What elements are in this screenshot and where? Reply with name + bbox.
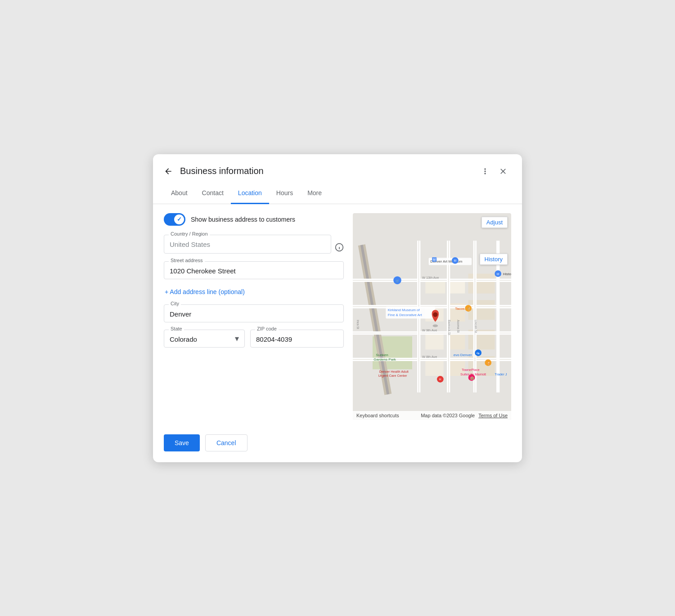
dialog-header: Business information bbox=[153, 154, 522, 179]
zip-field[interactable]: ZIP code bbox=[250, 330, 344, 348]
state-select-wrapper: Colorado Alabama Alaska Arizona Californ… bbox=[170, 334, 239, 344]
svg-text:Urgent Care Center: Urgent Care Center bbox=[378, 374, 407, 378]
svg-text:🏨: 🏨 bbox=[470, 375, 474, 379]
svg-text:M: M bbox=[433, 258, 436, 261]
history-button[interactable]: History bbox=[480, 254, 508, 265]
zip-field-group: ZIP code bbox=[250, 330, 344, 348]
city-field-group: City bbox=[164, 304, 344, 322]
svg-text:🍹: 🍹 bbox=[487, 361, 491, 365]
zip-label: ZIP code bbox=[255, 326, 279, 331]
svg-text:Denver Health Adult: Denver Health Adult bbox=[379, 369, 409, 373]
more-options-button[interactable] bbox=[477, 163, 493, 179]
svg-text:Acoma St: Acoma St bbox=[457, 320, 460, 333]
close-button[interactable] bbox=[495, 163, 511, 179]
map-overlay-buttons: Adjust bbox=[478, 213, 511, 232]
map-container[interactable]: W 13th Ave W 9th Ave W 8th Ave Bannock S… bbox=[353, 213, 511, 420]
state-field-group: State Colorado Alabama Alaska Arizona Ca… bbox=[164, 330, 245, 348]
svg-rect-12 bbox=[449, 333, 465, 349]
show-address-toggle[interactable]: ✓ bbox=[164, 213, 185, 226]
toggle-label: Show business address to customers bbox=[191, 216, 295, 223]
cancel-button[interactable]: Cancel bbox=[205, 434, 248, 451]
svg-point-74 bbox=[432, 324, 438, 327]
zip-input[interactable] bbox=[256, 334, 338, 343]
map-section: W 13th Ave W 9th Ave W 8th Ave Bannock S… bbox=[353, 213, 511, 420]
svg-text:W 9th Ave: W 9th Ave bbox=[422, 328, 437, 332]
info-icon[interactable] bbox=[335, 243, 344, 254]
svg-text:🛒: 🛒 bbox=[396, 279, 400, 283]
svg-rect-10 bbox=[468, 300, 495, 320]
map-data-label: Map data ©2023 Google bbox=[421, 413, 475, 418]
svg-text:🛍: 🛍 bbox=[477, 351, 480, 354]
save-button[interactable]: Save bbox=[164, 434, 200, 451]
state-label: State bbox=[169, 326, 184, 331]
city-label: City bbox=[169, 301, 181, 306]
tab-about[interactable]: About bbox=[164, 183, 195, 204]
show-address-toggle-row: ✓ Show business address to customers bbox=[164, 213, 344, 226]
back-icon bbox=[164, 167, 173, 176]
street-field-group: Street address bbox=[164, 261, 344, 279]
svg-text:Gardens Park: Gardens Park bbox=[374, 357, 396, 362]
svg-text:H: H bbox=[439, 378, 441, 381]
tab-more[interactable]: More bbox=[300, 183, 329, 204]
city-input[interactable] bbox=[170, 308, 338, 318]
svg-text:Kirkland Museum of: Kirkland Museum of bbox=[388, 308, 420, 312]
svg-text:M: M bbox=[497, 272, 500, 275]
country-field-row: Country / Region United States bbox=[164, 235, 344, 254]
close-icon bbox=[499, 167, 508, 176]
toggle-check-icon: ✓ bbox=[177, 216, 182, 223]
state-field[interactable]: State Colorado Alabama Alaska Arizona Ca… bbox=[164, 330, 245, 348]
svg-rect-11 bbox=[425, 333, 443, 349]
country-value: United States bbox=[170, 239, 325, 250]
back-button[interactable] bbox=[160, 163, 176, 179]
svg-text:Inca St: Inca St bbox=[356, 320, 360, 329]
business-info-dialog: Business information About Contact Locat… bbox=[153, 154, 522, 462]
keyboard-shortcuts[interactable]: Keyboard shortcuts bbox=[356, 413, 399, 418]
map-footer: Keyboard shortcuts Map data ©2023 Google… bbox=[353, 411, 511, 420]
terms-link[interactable]: Terms of Use bbox=[478, 413, 508, 418]
more-vert-icon bbox=[481, 167, 490, 176]
svg-text:🍴: 🍴 bbox=[467, 306, 471, 310]
add-address-line-button[interactable]: + Add address line (optional) bbox=[165, 286, 344, 297]
dialog-footer: Save Cancel bbox=[153, 431, 522, 462]
svg-text:TownePlace: TownePlace bbox=[462, 368, 480, 372]
svg-text:Tacos: Tacos bbox=[455, 307, 464, 311]
tab-contact[interactable]: Contact bbox=[195, 183, 231, 204]
svg-point-75 bbox=[433, 312, 437, 317]
svg-text:Fine & Decorative Art: Fine & Decorative Art bbox=[388, 312, 423, 317]
toggle-thumb: ✓ bbox=[174, 214, 184, 224]
svg-text:W 13th Ave: W 13th Ave bbox=[422, 275, 439, 279]
history-button-area: History bbox=[480, 254, 508, 265]
svg-text:W 8th Ave: W 8th Ave bbox=[422, 354, 437, 358]
header-actions bbox=[477, 163, 511, 179]
svg-text:M: M bbox=[454, 259, 456, 262]
svg-text:Lincoln St: Lincoln St bbox=[474, 320, 477, 333]
svg-rect-6 bbox=[449, 280, 465, 293]
toggle-track: ✓ bbox=[164, 213, 185, 226]
svg-text:Bannock St: Bannock St bbox=[448, 320, 451, 335]
tab-bar: About Contact Location Hours More bbox=[153, 183, 522, 204]
dialog-body: ✓ Show business address to customers Cou… bbox=[153, 204, 522, 431]
country-label: Country / Region bbox=[169, 231, 210, 237]
state-select[interactable]: Colorado Alabama Alaska Arizona Californ… bbox=[170, 334, 239, 343]
svg-rect-5 bbox=[425, 280, 445, 293]
street-input[interactable] bbox=[170, 265, 338, 275]
tab-hours[interactable]: Hours bbox=[269, 183, 300, 204]
svg-rect-14 bbox=[425, 359, 443, 376]
svg-rect-7 bbox=[468, 273, 495, 293]
adjust-button[interactable]: Adjust bbox=[482, 217, 508, 228]
svg-text:Trader J: Trader J bbox=[495, 372, 507, 376]
form-section: ✓ Show business address to customers Cou… bbox=[164, 213, 344, 348]
svg-text:Sunken: Sunken bbox=[376, 353, 388, 357]
country-field[interactable]: Country / Region United States bbox=[164, 235, 331, 254]
tab-location[interactable]: Location bbox=[231, 183, 269, 204]
city-field[interactable]: City bbox=[164, 304, 344, 322]
svg-text:History: History bbox=[503, 272, 511, 276]
country-field-group: Country / Region United States bbox=[164, 235, 331, 254]
add-address-line-label: + Add address line (optional) bbox=[165, 288, 245, 295]
street-label: Street address bbox=[169, 258, 205, 263]
map-footer-links: Map data ©2023 Google Terms of Use bbox=[421, 413, 508, 418]
dialog-title: Business information bbox=[180, 166, 477, 176]
street-field[interactable]: Street address bbox=[164, 261, 344, 279]
svg-text:evo Denver: evo Denver bbox=[454, 353, 472, 357]
map-svg: W 13th Ave W 9th Ave W 8th Ave Bannock S… bbox=[353, 213, 511, 420]
